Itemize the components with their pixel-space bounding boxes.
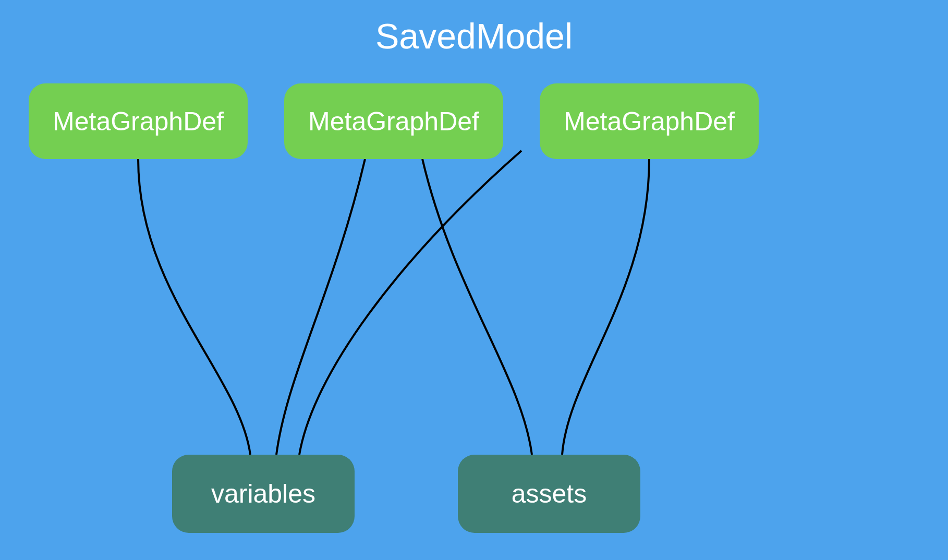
diagram-title: SavedModel: [0, 16, 948, 56]
variables-label: variables: [211, 479, 315, 509]
edge-mg3-assets: [562, 159, 649, 455]
edge-mg2-assets: [422, 159, 532, 455]
metagraphdef-node-3: MetaGraphDef: [540, 83, 759, 159]
assets-label: assets: [512, 479, 587, 509]
edge-mg1-variables: [138, 159, 250, 455]
edge-mg3-variables: [299, 151, 521, 455]
metagraphdef-label-1: MetaGraphDef: [53, 106, 224, 137]
metagraphdef-node-2: MetaGraphDef: [284, 83, 503, 159]
assets-node: assets: [458, 455, 640, 533]
metagraphdef-label-3: MetaGraphDef: [564, 106, 735, 137]
metagraphdef-node-1: MetaGraphDef: [29, 83, 248, 159]
metagraphdef-label-2: MetaGraphDef: [308, 106, 479, 137]
variables-node: variables: [172, 455, 355, 533]
edge-mg2-variables: [276, 159, 365, 455]
